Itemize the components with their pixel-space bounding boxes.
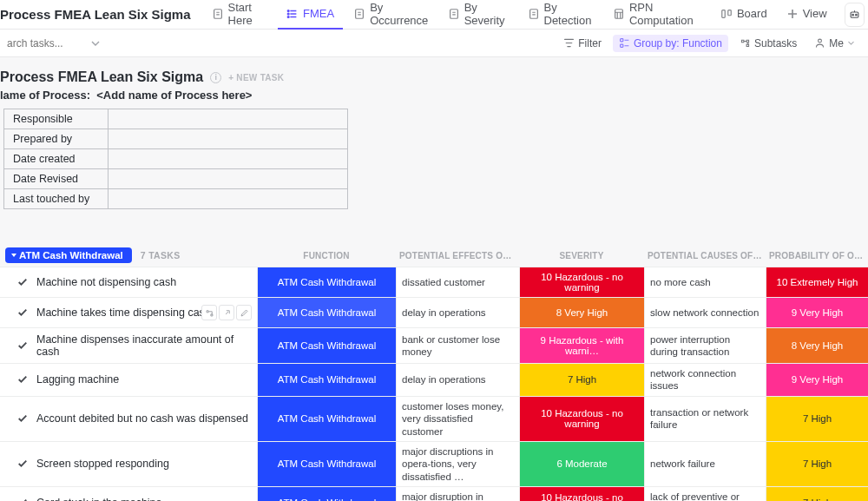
severity-cell[interactable]: 7 High xyxy=(519,364,644,396)
effects-cell[interactable]: major disruption in machine operations xyxy=(396,487,519,501)
column-header[interactable]: POTENTIAL EFFECTS OF FAILURE xyxy=(396,251,519,260)
groupby-control[interactable]: Group by: Function xyxy=(613,35,728,52)
row-hover-actions xyxy=(201,305,252,320)
view-tab-start-here[interactable]: Start Here xyxy=(203,0,276,30)
svg-rect-14 xyxy=(621,44,623,47)
task-name-cell[interactable]: Machine dispenses inaccurate amount of c… xyxy=(0,328,257,363)
function-cell[interactable]: ATM Cash Withdrawal xyxy=(257,298,396,327)
task-row[interactable]: Lagging machineATM Cash Withdrawaldelay … xyxy=(0,363,868,396)
check-icon[interactable] xyxy=(17,307,28,318)
probability-cell[interactable]: 9 Very High xyxy=(766,298,868,327)
view-tab-view[interactable]: View xyxy=(778,0,836,30)
severity-cell[interactable]: 8 Very High xyxy=(519,298,644,327)
filter-control[interactable]: Filter xyxy=(557,35,608,52)
svg-point-15 xyxy=(819,39,822,43)
probability-cell[interactable]: 9 Very High xyxy=(766,364,868,396)
task-row[interactable]: Account debited but no cash was dispense… xyxy=(0,396,868,441)
check-icon[interactable] xyxy=(17,374,28,385)
column-header[interactable]: SEVERITY xyxy=(519,251,644,260)
edit-icon[interactable] xyxy=(236,305,252,320)
view-tab-by-severity[interactable]: By Severity xyxy=(439,0,517,30)
meta-key: Date created xyxy=(4,149,108,169)
svg-rect-13 xyxy=(621,39,623,42)
task-row[interactable]: Machine dispenses inaccurate amount of c… xyxy=(0,327,868,363)
probability-cell[interactable]: 7 High xyxy=(766,397,868,441)
task-name-cell[interactable]: Account debited but no cash was dispense… xyxy=(0,397,257,441)
effects-cell[interactable]: delay in operations xyxy=(396,298,519,327)
effects-cell[interactable]: customer loses money, very dissatisfied … xyxy=(396,397,519,441)
view-tab-by-detection[interactable]: By Detection xyxy=(519,0,602,30)
effects-cell[interactable]: delay in operations xyxy=(396,364,519,396)
function-cell[interactable]: ATM Cash Withdrawal xyxy=(257,487,396,501)
probability-cell[interactable]: 8 Very High xyxy=(766,328,868,363)
view-tab-by-occurrence[interactable]: By Occurrence xyxy=(345,0,437,30)
task-name: Card stuck in the machine xyxy=(36,497,162,501)
effects-cell[interactable]: bank or customer lose money xyxy=(396,328,519,363)
effects-cell[interactable]: dissatied customer xyxy=(396,267,519,297)
causes-cell[interactable]: lack of preventive or regular maintenanc… xyxy=(644,487,766,501)
task-name-cell[interactable]: Lagging machine xyxy=(0,364,257,396)
task-name-cell[interactable]: Card stuck in the machine xyxy=(0,487,257,501)
task-row[interactable]: Machine not dispensing cashATM Cash With… xyxy=(0,267,868,297)
probability-cell[interactable]: 7 High xyxy=(766,487,868,501)
svg-rect-4 xyxy=(356,9,364,18)
severity-cell[interactable]: 10 Hazardous - no warning xyxy=(519,487,644,501)
probability-cell[interactable]: 7 High xyxy=(766,442,868,486)
function-cell[interactable]: ATM Cash Withdrawal xyxy=(257,328,396,363)
calc-icon xyxy=(613,8,625,20)
effects-cell[interactable]: major discruptions in opera-tions, very … xyxy=(396,442,519,486)
task-row[interactable]: Machine takes time dispensing cashATM Ca… xyxy=(0,297,868,327)
robot-icon xyxy=(848,8,861,21)
link-icon[interactable] xyxy=(219,305,234,320)
task-name-cell[interactable]: Machine takes time dispensing cash xyxy=(0,298,257,327)
causes-cell[interactable]: no more cash xyxy=(644,267,766,297)
causes-cell[interactable]: network connection issues xyxy=(644,364,766,396)
subtask-icon[interactable] xyxy=(201,305,217,320)
severity-cell[interactable]: 10 Hazardous - no warning xyxy=(519,397,644,441)
task-name: Machine not dispensing cash xyxy=(36,276,176,288)
task-row[interactable]: Card stuck in the machineATM Cash Withdr… xyxy=(0,486,868,501)
task-row[interactable]: Screen stopped respondingATM Cash Withdr… xyxy=(0,441,868,486)
me-control[interactable]: Me xyxy=(808,35,861,52)
severity-cell[interactable]: 6 Moderate xyxy=(519,442,644,486)
column-header[interactable]: PROBABILITY OF OCCURRE… xyxy=(766,251,868,260)
severity-cell[interactable]: 9 Hazardous - with warni… xyxy=(519,328,644,363)
task-name-cell[interactable]: Screen stopped responding xyxy=(0,442,257,486)
info-icon[interactable]: i xyxy=(210,72,221,83)
check-icon[interactable] xyxy=(17,458,28,469)
causes-cell[interactable]: power interruption during transaction xyxy=(644,328,766,363)
automations-button[interactable] xyxy=(845,3,865,27)
meta-table: ResponsiblePrepared byDate createdDate R… xyxy=(3,109,348,209)
group-header: ATM Cash Withdrawal 7 TASKS FUNCTIONPOTE… xyxy=(0,244,868,267)
task-name-cell[interactable]: Machine not dispensing cash xyxy=(0,267,257,297)
function-cell[interactable]: ATM Cash Withdrawal xyxy=(257,397,396,441)
function-cell[interactable]: ATM Cash Withdrawal xyxy=(257,267,396,297)
check-icon[interactable] xyxy=(17,498,28,501)
search-input-wrap[interactable] xyxy=(7,37,101,49)
probability-cell[interactable]: 10 Extremely High xyxy=(766,267,868,297)
task-name: Lagging machine xyxy=(36,373,119,386)
meta-value xyxy=(108,109,348,129)
subtasks-control[interactable]: Subtasks xyxy=(733,35,803,52)
function-cell[interactable]: ATM Cash Withdrawal xyxy=(257,442,396,486)
doc-icon xyxy=(448,8,460,20)
causes-cell[interactable]: transaction or network failure xyxy=(644,397,766,441)
view-tab-fmea[interactable]: FMEA xyxy=(278,0,343,30)
causes-cell[interactable]: network failure xyxy=(644,442,766,486)
new-task-button[interactable]: + NEW TASK xyxy=(228,73,284,82)
check-icon[interactable] xyxy=(17,340,28,351)
causes-cell[interactable]: slow network connection xyxy=(644,298,766,327)
group-badge[interactable]: ATM Cash Withdrawal xyxy=(5,247,132,263)
severity-cell[interactable]: 10 Hazardous - no warning xyxy=(519,267,644,297)
search-input[interactable] xyxy=(7,37,85,49)
task-name: Machine takes time dispensing cash xyxy=(36,307,211,319)
task-count: 7 TASKS xyxy=(141,250,181,260)
svg-point-11 xyxy=(852,14,854,16)
view-tab-rpn-computation[interactable]: RPN Computation xyxy=(604,0,710,30)
view-tab-board[interactable]: Board xyxy=(712,0,776,30)
check-icon[interactable] xyxy=(17,277,28,287)
column-header[interactable]: FUNCTION xyxy=(257,251,396,260)
check-icon[interactable] xyxy=(17,413,28,424)
column-header[interactable]: POTENTIAL CAUSES OF FAILURE xyxy=(644,251,766,260)
function-cell[interactable]: ATM Cash Withdrawal xyxy=(257,364,396,396)
